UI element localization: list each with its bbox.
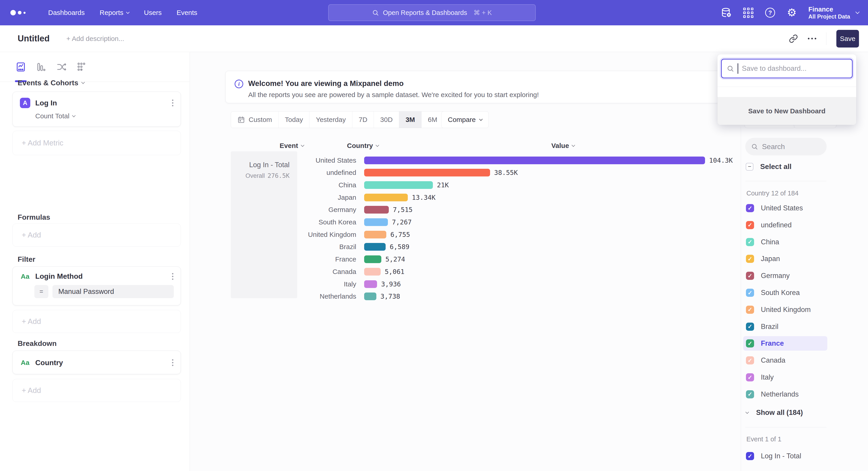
report-title[interactable]: Untitled: [18, 34, 50, 43]
global-search-label: Open Reports & Dashboards: [383, 9, 467, 17]
copy-link-icon[interactable]: [789, 34, 798, 43]
range-30d[interactable]: 30D: [374, 112, 399, 128]
select-all-row[interactable]: − Select all: [746, 163, 792, 171]
checkbox-japan[interactable]: ✓: [746, 255, 754, 263]
segment-row-united-states[interactable]: ✓United States: [743, 201, 827, 215]
tab-flows[interactable]: [55, 61, 67, 73]
bar-undefined[interactable]: [364, 169, 490, 176]
segment-row-netherlands[interactable]: ✓Netherlands: [743, 387, 827, 402]
metric-name[interactable]: Log In: [35, 99, 57, 107]
country-column-header[interactable]: Country: [347, 142, 379, 150]
bar-united-kingdom[interactable]: [364, 231, 386, 238]
segment-row-united-kingdom[interactable]: ✓United Kingdom: [743, 302, 827, 317]
add-formula-button[interactable]: + Add: [12, 224, 181, 246]
nav-link-reports[interactable]: Reports: [100, 9, 129, 17]
range-custom[interactable]: Custom: [231, 112, 278, 128]
project-selector[interactable]: Finance All Project Data: [808, 5, 859, 20]
checkbox-united-states[interactable]: ✓: [746, 204, 754, 212]
segment-row-italy[interactable]: ✓Italy: [743, 370, 827, 385]
checkbox-canada[interactable]: ✓: [746, 356, 754, 364]
help-icon[interactable]: ?: [765, 8, 775, 18]
save-to-new-dashboard-button[interactable]: Save to New Dashboard: [717, 97, 856, 125]
settings-gear-icon[interactable]: ⚙: [787, 7, 797, 18]
save-dashboard-input[interactable]: [742, 64, 841, 72]
save-dashboard-search[interactable]: [721, 59, 852, 78]
tab-retention[interactable]: [75, 61, 87, 73]
bar-japan[interactable]: [364, 194, 408, 201]
segment-row-china[interactable]: ✓China: [743, 235, 827, 249]
filter-card[interactable]: Aa Login Method = Manual Password: [12, 266, 181, 305]
filter-property-name[interactable]: Login Method: [35, 272, 83, 281]
segment-row-south-korea[interactable]: ✓South Korea: [743, 286, 827, 300]
segment-row-undefined[interactable]: ✓undefined: [743, 218, 827, 232]
apps-grid-icon[interactable]: [743, 8, 753, 18]
tab-funnels[interactable]: [35, 61, 47, 73]
bar-italy[interactable]: [364, 280, 377, 288]
checkbox-italy[interactable]: ✓: [746, 373, 754, 381]
breakdown-card[interactable]: Aa Country: [12, 351, 181, 374]
mixpanel-logo-icon[interactable]: [10, 10, 26, 16]
checkbox-south-korea[interactable]: ✓: [746, 289, 754, 297]
chevron-down-icon: [745, 410, 749, 414]
segment-row-brazil[interactable]: ✓Brazil: [743, 319, 827, 334]
segment-search[interactable]: [745, 138, 827, 155]
event-segment-row[interactable]: ✓ Log In - Total: [743, 449, 827, 463]
metric-aggregation[interactable]: Count Total: [35, 112, 181, 120]
checkbox-brazil[interactable]: ✓: [746, 323, 754, 331]
range-3m[interactable]: 3M: [399, 112, 421, 128]
filter-operator[interactable]: =: [34, 285, 49, 298]
metric-card[interactable]: A Log In Count Total: [12, 92, 181, 127]
value-column-header[interactable]: Value: [551, 142, 575, 150]
event-checkbox[interactable]: ✓: [746, 452, 754, 460]
bar-netherlands[interactable]: [364, 293, 376, 300]
range-6m[interactable]: 6M: [421, 112, 444, 128]
events-cohorts-header[interactable]: Events & Cohorts: [18, 79, 84, 87]
checkbox-china[interactable]: ✓: [746, 238, 754, 246]
country-count-label: Country 12 of 184: [746, 189, 799, 197]
metric-kebab-icon[interactable]: [172, 99, 174, 106]
project-scope: All Project Data: [808, 13, 850, 20]
segment-row-japan[interactable]: ✓Japan: [743, 252, 827, 266]
add-breakdown-button[interactable]: + Add: [12, 379, 181, 402]
save-button[interactable]: Save: [836, 30, 859, 48]
bar-canada[interactable]: [364, 268, 381, 275]
filter-value[interactable]: Manual Password: [53, 285, 174, 298]
nav-link-events[interactable]: Events: [177, 9, 197, 17]
select-all-checkbox[interactable]: −: [746, 163, 753, 171]
nav-link-dashboards[interactable]: Dashboards: [48, 9, 85, 17]
nav-link-users[interactable]: Users: [144, 9, 162, 17]
segment-row-germany[interactable]: ✓Germany: [743, 268, 827, 283]
filter-kebab-icon[interactable]: [172, 273, 174, 280]
add-description-button[interactable]: + Add description...: [66, 35, 124, 42]
add-metric-button[interactable]: + Add Metric: [12, 131, 181, 155]
bar-south-korea[interactable]: [364, 218, 388, 226]
date-range-control: CustomTodayYesterday7D30D3M6M12M: [231, 111, 470, 128]
tab-insights[interactable]: [15, 61, 27, 73]
breakdown-type-badge: Aa: [20, 359, 30, 366]
add-filter-button[interactable]: + Add: [12, 310, 181, 333]
range-yesterday[interactable]: Yesterday: [309, 112, 352, 128]
range-7d[interactable]: 7D: [352, 112, 374, 128]
checkbox-united-kingdom[interactable]: ✓: [746, 306, 754, 314]
show-all-row[interactable]: Show all (184): [746, 409, 803, 417]
compare-button[interactable]: Compare: [441, 111, 489, 128]
range-today[interactable]: Today: [278, 112, 309, 128]
bar-united-states[interactable]: [364, 156, 705, 164]
bar-france[interactable]: [364, 256, 381, 263]
checkbox-undefined[interactable]: ✓: [746, 221, 754, 229]
segment-row-canada[interactable]: ✓Canada: [743, 353, 827, 367]
segment-row-france[interactable]: ✓France: [743, 336, 827, 351]
checkbox-netherlands[interactable]: ✓: [746, 390, 754, 399]
breakdown-kebab-icon[interactable]: [172, 359, 174, 366]
segment-search-input[interactable]: [762, 143, 816, 151]
checkbox-france[interactable]: ✓: [746, 339, 754, 348]
bar-brazil[interactable]: [364, 243, 385, 251]
more-options-icon[interactable]: [808, 38, 816, 39]
data-management-icon[interactable]: [721, 7, 732, 18]
global-search-button[interactable]: Open Reports & Dashboards ⌘ + K: [328, 4, 536, 21]
checkbox-germany[interactable]: ✓: [746, 272, 754, 280]
bar-germany[interactable]: [364, 206, 389, 213]
breakdown-property-name[interactable]: Country: [35, 359, 63, 367]
event-column-header[interactable]: Event: [280, 142, 304, 150]
bar-china[interactable]: [364, 181, 433, 189]
